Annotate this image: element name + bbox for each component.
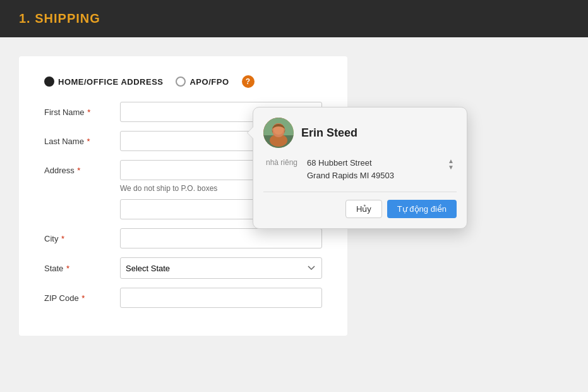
state-required: * (64, 264, 69, 273)
zip-label: ZIP Code * (44, 293, 120, 303)
cancel-button[interactable]: Hủy (345, 200, 382, 218)
page-title: 1. Shipping (19, 11, 100, 25)
state-row: State * Select State Alabama Alaska Mich… (44, 257, 322, 279)
zip-input[interactable] (120, 288, 322, 308)
page-header: 1. Shipping (0, 0, 588, 37)
popup-user-name: Erin Steed (301, 126, 357, 140)
city-row: City * (44, 228, 322, 248)
popup-actions: Hủy Tự động điền (263, 192, 457, 218)
help-icon: ? (246, 77, 250, 86)
apo-fpo-radio-dot (176, 77, 186, 87)
shipping-form-card: HOME/OFFICE ADDRESS APO/FPO ? First Name… (19, 56, 347, 336)
address-required: * (75, 166, 81, 175)
last-name-required: * (85, 137, 90, 146)
home-office-label: HOME/OFFICE ADDRESS (58, 77, 163, 87)
zip-row: ZIP Code * (44, 288, 322, 308)
zip-required: * (80, 293, 85, 303)
popup-address-line1: 68 Hubbert Street (307, 157, 441, 169)
popup-address-row: nhà riêng 68 Hubbert Street Grand Rapids… (263, 157, 457, 181)
address-chevron-icon: ▲ ▼ (448, 158, 454, 171)
avatar (263, 118, 294, 148)
first-name-label: First Name * (44, 107, 120, 117)
home-office-radio[interactable]: HOME/OFFICE ADDRESS (44, 77, 163, 87)
apo-fpo-label: APO/FPO (189, 77, 229, 87)
address-label: Address * (44, 166, 120, 175)
popup-address-line2: Grand Rapids MI 49503 (307, 169, 441, 182)
state-select[interactable]: Select State Alabama Alaska Michigan (120, 257, 322, 279)
apo-fpo-radio[interactable]: APO/FPO (176, 77, 229, 87)
state-label: State * (44, 264, 120, 273)
autofill-button[interactable]: Tự động điền (387, 200, 457, 218)
popup-header: Erin Steed (263, 118, 457, 148)
help-badge[interactable]: ? (242, 75, 255, 88)
city-required: * (59, 234, 64, 243)
home-office-radio-dot (44, 77, 54, 87)
popup-address-type: nhà riêng (266, 158, 301, 167)
last-name-label: Last Name * (44, 137, 120, 146)
address-type-row: HOME/OFFICE ADDRESS APO/FPO ? (44, 75, 322, 88)
autofill-popup: Erin Steed nhà riêng 68 Hubbert Street G… (253, 107, 467, 229)
city-input[interactable] (120, 228, 322, 248)
city-label: City * (44, 234, 120, 243)
popup-address-text: 68 Hubbert Street Grand Rapids MI 49503 (307, 157, 441, 181)
first-name-required: * (85, 107, 91, 117)
